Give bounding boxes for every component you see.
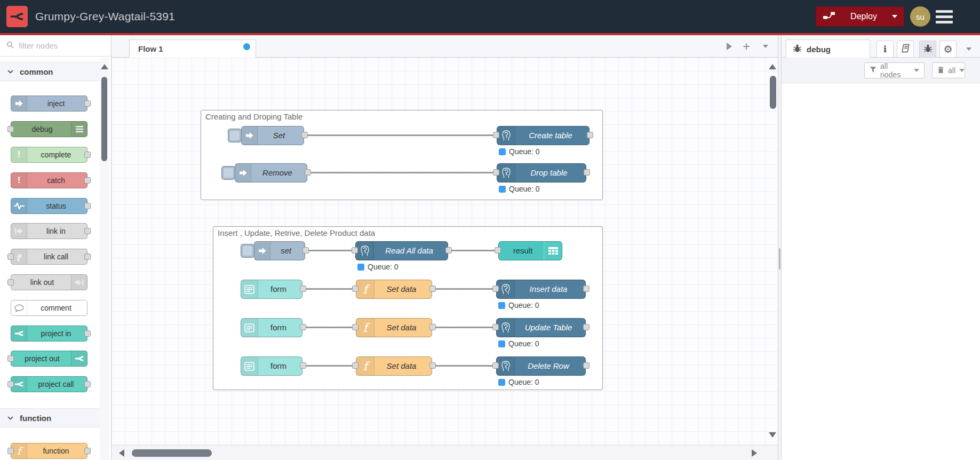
group-creating-dropping-table[interactable]: Creating and Droping Table	[201, 110, 603, 200]
node-result-table[interactable]: result	[498, 241, 562, 260]
canvas-vscroll-thumb[interactable]	[770, 76, 776, 109]
config-tab-button[interactable]: ⚙	[939, 41, 957, 58]
scroll-up-arrow[interactable]	[101, 64, 108, 69]
inject-button[interactable]	[228, 129, 242, 142]
output-port[interactable]	[429, 362, 436, 369]
inject-button[interactable]	[241, 244, 254, 258]
node-inject-set[interactable]: Set	[241, 126, 304, 145]
output-port[interactable]	[300, 324, 306, 330]
output-port[interactable]	[84, 448, 91, 454]
output-port[interactable]	[84, 203, 91, 209]
input-port[interactable]	[7, 279, 14, 285]
input-port[interactable]	[352, 324, 358, 330]
wire[interactable]	[451, 250, 495, 251]
input-port[interactable]	[492, 324, 499, 330]
input-port[interactable]	[352, 285, 358, 292]
node-postgres-drop-table[interactable]: Drop table	[497, 163, 586, 183]
input-port[interactable]	[7, 126, 14, 132]
palette-node-status[interactable]: status	[11, 198, 87, 214]
sidebar-resize-handle[interactable]	[778, 35, 782, 460]
help-tab-button[interactable]	[897, 41, 914, 58]
deploy-dropdown-caret-icon[interactable]	[892, 15, 897, 18]
output-port[interactable]	[84, 177, 91, 184]
output-port[interactable]	[429, 285, 436, 292]
output-port[interactable]	[583, 362, 589, 369]
node-function-set-data[interactable]: f Set data	[356, 318, 432, 337]
tab-list-caret-button[interactable]	[758, 39, 773, 53]
palette-node-project-out[interactable]: project out	[11, 351, 87, 367]
node-inject-remove[interactable]: Remove	[235, 163, 307, 183]
input-port[interactable]	[7, 448, 14, 454]
deploy-button[interactable]: Deploy	[816, 6, 904, 27]
add-flow-button[interactable]: +	[739, 39, 754, 53]
node-postgres-delete-row[interactable]: Delete Row	[496, 356, 586, 376]
node-inject-set-lower[interactable]: set	[254, 241, 305, 260]
output-port[interactable]	[300, 285, 306, 292]
main-menu-button[interactable]	[936, 10, 953, 23]
palette-node-link-call[interactable]: link call	[11, 249, 87, 265]
inject-button[interactable]	[221, 166, 235, 180]
user-avatar[interactable]: su	[910, 6, 930, 27]
wire[interactable]	[435, 327, 493, 328]
output-port[interactable]	[84, 100, 91, 107]
canvas-scroll-down-arrow[interactable]	[769, 432, 776, 438]
node-postgres-create-table[interactable]: Create table	[497, 126, 589, 145]
input-port[interactable]	[352, 362, 358, 369]
output-port[interactable]	[84, 152, 91, 158]
input-port[interactable]	[7, 253, 14, 260]
wire[interactable]	[307, 134, 493, 136]
input-port[interactable]	[7, 355, 14, 362]
palette-node-link-in[interactable]: link in	[11, 223, 87, 239]
output-port[interactable]	[302, 247, 309, 253]
node-postgres-read-all-data[interactable]: Read All data	[355, 241, 448, 260]
palette-category-function[interactable]: function	[0, 408, 100, 427]
input-port[interactable]	[7, 381, 14, 387]
tab-flow-1[interactable]: Flow 1	[129, 39, 256, 58]
input-port[interactable]	[493, 169, 499, 176]
tab-debug[interactable]: debug	[786, 39, 870, 58]
input-port[interactable]	[493, 132, 499, 138]
output-port[interactable]	[84, 330, 91, 337]
wire[interactable]	[306, 288, 353, 290]
node-form[interactable]: form	[241, 356, 302, 376]
node-function-set-data[interactable]: f Set data	[356, 280, 432, 299]
palette-node-function[interactable]: f function	[11, 443, 87, 459]
canvas-scroll-left-arrow[interactable]	[119, 449, 124, 457]
palette-node-link-out[interactable]: link out	[11, 274, 87, 290]
palette-node-inject[interactable]: inject	[11, 96, 87, 112]
node-form[interactable]: form	[241, 318, 302, 337]
output-port[interactable]	[84, 381, 91, 387]
palette-scroll-thumb[interactable]	[101, 77, 107, 161]
output-port[interactable]	[84, 228, 91, 234]
palette-category-common[interactable]: common	[0, 62, 100, 81]
palette-node-project-in[interactable]: project in	[11, 326, 87, 342]
palette-node-comment[interactable]: comment	[11, 300, 87, 316]
node-function-set-data[interactable]: f Set data	[356, 356, 432, 376]
input-port[interactable]	[352, 247, 358, 253]
tab-scroll-right-button[interactable]	[722, 39, 737, 53]
output-port[interactable]	[305, 169, 311, 176]
output-port[interactable]	[301, 132, 308, 138]
node-postgres-insert-data[interactable]: Insert data	[496, 280, 586, 299]
input-port[interactable]	[495, 247, 501, 253]
input-port[interactable]	[492, 285, 499, 292]
node-form[interactable]: form	[241, 280, 302, 299]
canvas-scroll-up-arrow[interactable]	[769, 64, 776, 69]
sidebar-more-caret-icon[interactable]	[966, 47, 971, 51]
flow-canvas[interactable]: Creating and Droping Table Insert , Upda…	[111, 58, 778, 460]
debug-tab-button[interactable]	[919, 41, 936, 58]
output-port[interactable]	[429, 324, 436, 330]
debug-filter-button[interactable]: all nodes	[864, 62, 925, 78]
wire[interactable]	[435, 288, 493, 290]
palette-search-input[interactable]	[18, 41, 92, 51]
output-port[interactable]	[445, 247, 452, 253]
canvas-hscroll-thumb[interactable]	[132, 449, 212, 457]
output-port[interactable]	[584, 169, 590, 176]
palette-node-catch[interactable]: ! catch	[11, 172, 87, 188]
output-port[interactable]	[583, 285, 589, 292]
wire[interactable]	[435, 365, 493, 367]
input-port[interactable]	[492, 362, 499, 369]
output-port[interactable]	[84, 253, 91, 260]
canvas-scroll-right-arrow[interactable]	[752, 449, 757, 457]
wire[interactable]	[306, 365, 353, 367]
